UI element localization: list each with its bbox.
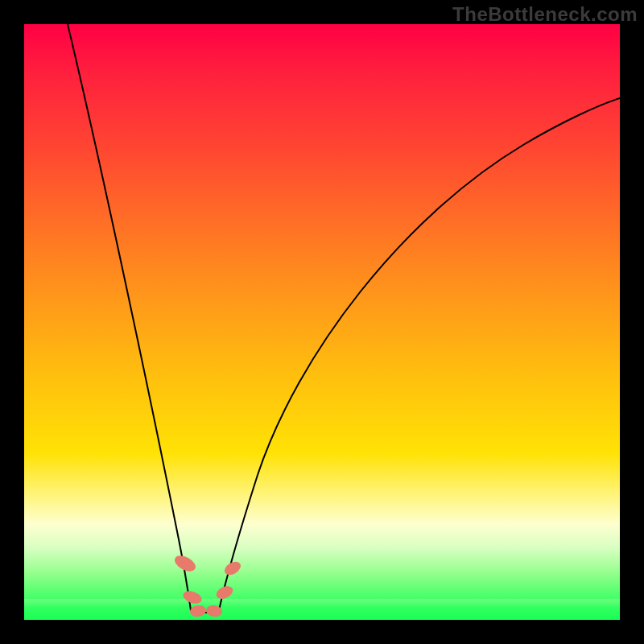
- plot-area: [24, 24, 620, 620]
- marker-group: [172, 552, 243, 617]
- chart-frame: TheBottleneck.com: [0, 0, 644, 644]
- bottleneck-curve: [68, 24, 620, 613]
- marker-right-upper: [222, 559, 243, 578]
- marker-floor-left: [189, 605, 207, 618]
- watermark-text: TheBottleneck.com: [452, 3, 638, 26]
- marker-left-lower: [181, 588, 203, 605]
- bottleneck-curve-svg: [24, 24, 620, 620]
